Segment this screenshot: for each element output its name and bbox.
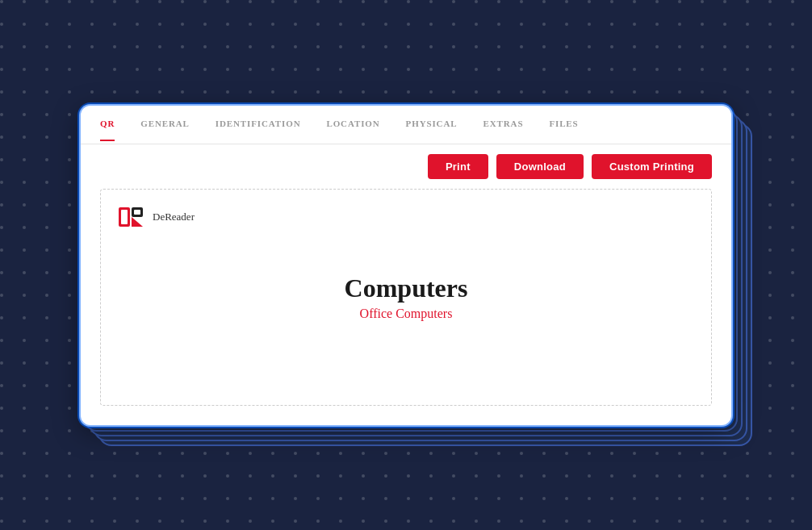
card-stack: QR GENERAL IDENTIFICATION LOCATION PHYSI… bbox=[79, 104, 733, 427]
tab-location[interactable]: LOCATION bbox=[326, 107, 379, 141]
tab-qr[interactable]: QR bbox=[100, 107, 115, 141]
main-card: QR GENERAL IDENTIFICATION LOCATION PHYSI… bbox=[79, 104, 733, 427]
tab-files[interactable]: FILES bbox=[549, 107, 578, 141]
logo-area: DeReader bbox=[117, 202, 195, 232]
tab-general[interactable]: GENERAL bbox=[140, 107, 190, 141]
tab-bar: QR GENERAL IDENTIFICATION LOCATION PHYSI… bbox=[81, 106, 731, 144]
toolbar: Print Download Custom Printing bbox=[81, 144, 731, 189]
print-button[interactable]: Print bbox=[428, 154, 488, 179]
svg-rect-5 bbox=[134, 210, 140, 215]
svg-rect-3 bbox=[121, 210, 128, 224]
tab-extras[interactable]: EXTRAS bbox=[483, 107, 523, 141]
asset-subtitle: Office Computers bbox=[360, 307, 453, 321]
svg-marker-6 bbox=[132, 217, 143, 227]
logo-text: DeReader bbox=[153, 211, 195, 223]
download-button[interactable]: Download bbox=[496, 154, 584, 179]
dereader-logo-icon bbox=[117, 202, 146, 232]
qr-content-area: DeReader Computers Office Computers bbox=[100, 189, 712, 406]
asset-title: Computers bbox=[345, 273, 468, 303]
custom-printing-button[interactable]: Custom Printing bbox=[592, 154, 712, 179]
tab-identification[interactable]: IDENTIFICATION bbox=[216, 107, 301, 141]
tab-physical[interactable]: PHYSICAL bbox=[406, 107, 458, 141]
